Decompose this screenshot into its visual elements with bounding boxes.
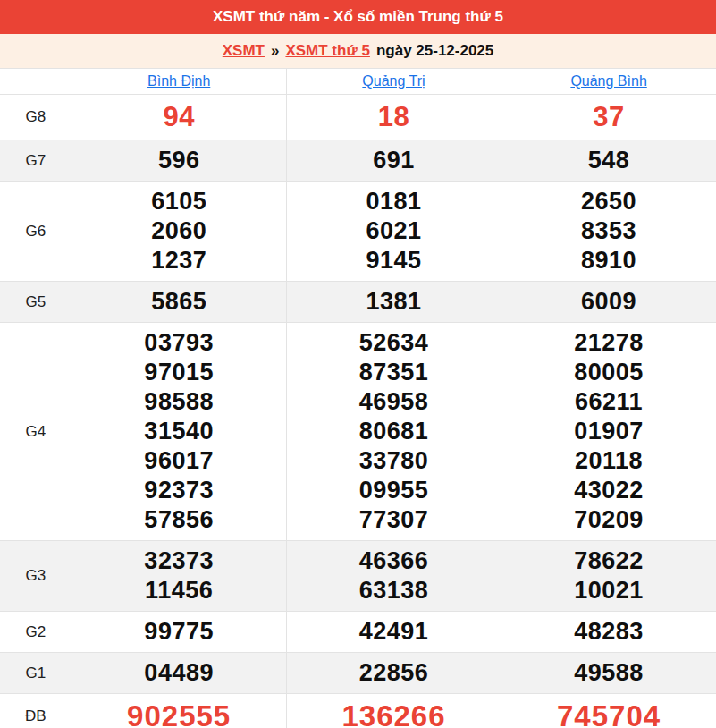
result-number: 66211 — [501, 387, 716, 417]
result-cell: 5865 — [72, 282, 286, 323]
result-number: 18 — [287, 100, 501, 134]
result-number: 5865 — [72, 287, 286, 317]
prize-row-G2: G2997754249148283 — [0, 612, 716, 653]
result-number: 20118 — [501, 446, 716, 476]
prize-row-G7: G7596691548 — [0, 140, 716, 182]
breadcrumb-date: ngày 25-12-2025 — [376, 42, 493, 60]
result-number: 31540 — [72, 417, 286, 446]
result-cell: 745704 — [501, 694, 716, 728]
province-link[interactable]: Bình Định — [147, 73, 210, 89]
result-cell: 1381 — [286, 282, 501, 323]
prize-label: G3 — [0, 541, 72, 612]
result-number: 87351 — [287, 358, 501, 387]
prize-label: G2 — [0, 612, 72, 653]
result-cell: 691 — [286, 140, 501, 182]
result-number: 98588 — [72, 387, 286, 417]
breadcrumb-separator: » — [271, 42, 279, 60]
result-cell: 48283 — [501, 612, 716, 653]
prize-label: G5 — [0, 282, 72, 323]
result-number: 78622 — [501, 546, 716, 576]
result-cell: 136266 — [286, 694, 501, 728]
result-number: 6009 — [501, 287, 716, 317]
result-cell: 04489 — [72, 653, 286, 694]
result-cell: 18 — [286, 95, 501, 140]
result-number: 691 — [287, 146, 501, 175]
prize-label: G4 — [0, 323, 72, 541]
prize-row-G8: G8941837 — [0, 95, 716, 140]
result-cell: 94 — [72, 95, 286, 140]
result-number: 42491 — [287, 617, 501, 647]
result-cell: 52634873514695880681337800995577307 — [286, 323, 501, 541]
result-cell: 265083538910 — [501, 182, 716, 282]
page-header: XSMT thứ năm - Xổ số miền Trung thứ 5 — [0, 0, 716, 34]
prize-row-G1: G1044892285649588 — [0, 653, 716, 694]
result-cell: 21278800056621101907201184302270209 — [501, 323, 716, 541]
prize-label: G1 — [0, 653, 72, 694]
prize-label: G6 — [0, 182, 72, 282]
result-number: 9145 — [287, 246, 501, 275]
result-number: 77307 — [287, 505, 501, 535]
result-number: 46366 — [287, 546, 501, 576]
result-number: 32373 — [72, 546, 286, 576]
result-number: 92373 — [72, 476, 286, 505]
result-number: 596 — [72, 146, 286, 175]
result-number: 2650 — [501, 187, 716, 216]
result-cell: 6009 — [501, 282, 716, 323]
result-number: 43022 — [501, 476, 716, 505]
result-number: 80005 — [501, 358, 716, 387]
result-number: 99775 — [72, 617, 286, 647]
result-number: 548 — [501, 146, 716, 175]
result-number: 48283 — [501, 617, 716, 647]
result-cell: 548 — [501, 140, 716, 182]
result-number: 94 — [72, 100, 286, 134]
result-number: 49588 — [501, 658, 716, 688]
result-number: 96017 — [72, 446, 286, 476]
province-header-2: Quảng Trị — [286, 69, 501, 95]
prize-label: G8 — [0, 95, 72, 140]
prize-label: ĐB — [0, 694, 72, 728]
province-header-row: Bình ĐịnhQuảng TrịQuảng Bình — [0, 69, 716, 95]
result-number: 80681 — [287, 417, 501, 446]
breadcrumb: XSMT » XSMT thứ 5 ngày 25-12-2025 — [0, 34, 716, 68]
result-cell: 3237311456 — [72, 541, 286, 612]
breadcrumb-link-xsmt-thu-5[interactable]: XSMT thứ 5 — [285, 42, 369, 60]
result-number: 2060 — [72, 216, 286, 246]
result-number: 136266 — [287, 699, 501, 728]
result-cell: 902555 — [72, 694, 286, 728]
result-number: 97015 — [72, 358, 286, 387]
result-number: 03793 — [72, 328, 286, 358]
result-number: 46958 — [287, 387, 501, 417]
result-number: 22856 — [287, 658, 501, 688]
result-number: 70209 — [501, 505, 716, 535]
prize-row-G5: G5586513816009 — [0, 282, 716, 323]
results-table: Bình ĐịnhQuảng TrịQuảng Bình G8941837G75… — [0, 68, 716, 728]
result-number: 37 — [501, 100, 716, 134]
prize-label: G7 — [0, 140, 72, 182]
breadcrumb-link-xsmt[interactable]: XSMT — [223, 42, 265, 60]
result-number: 1381 — [287, 287, 501, 317]
province-header-3: Quảng Bình — [501, 69, 716, 95]
result-number: 01907 — [501, 417, 716, 446]
result-number: 63138 — [287, 576, 501, 605]
result-cell: 7862210021 — [501, 541, 716, 612]
result-cell: 4636663138 — [286, 541, 501, 612]
result-cell: 42491 — [286, 612, 501, 653]
result-cell: 018160219145 — [286, 182, 501, 282]
result-number: 745704 — [501, 699, 716, 728]
result-number: 6105 — [72, 187, 286, 216]
result-number: 21278 — [501, 328, 716, 358]
page-title: XSMT thứ năm - Xổ số miền Trung thứ 5 — [213, 8, 503, 26]
result-number: 8353 — [501, 216, 716, 246]
result-number: 0181 — [287, 187, 501, 216]
result-number: 8910 — [501, 246, 716, 275]
result-number: 33780 — [287, 446, 501, 476]
prize-column-header-empty — [0, 69, 72, 95]
result-cell: 49588 — [501, 653, 716, 694]
result-number: 52634 — [287, 328, 501, 358]
prize-row-G3: G3323731145646366631387862210021 — [0, 541, 716, 612]
result-number: 57856 — [72, 505, 286, 535]
province-link[interactable]: Quảng Trị — [362, 73, 425, 89]
result-cell: 99775 — [72, 612, 286, 653]
result-number: 11456 — [72, 576, 286, 605]
province-link[interactable]: Quảng Bình — [570, 73, 646, 89]
